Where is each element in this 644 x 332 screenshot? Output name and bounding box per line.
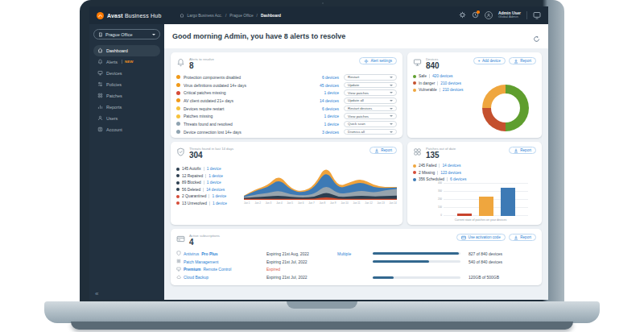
legend-dot [176, 168, 180, 171]
webcam-dot [322, 2, 324, 4]
sidebar-item-reports[interactable]: Reports [93, 102, 160, 113]
legend-devices-link[interactable]: 1 device [204, 167, 221, 171]
subscription-row: Patch ManagementExpiring 21st Jul, 20225… [176, 258, 536, 266]
chevron-down-icon [390, 108, 393, 110]
settings-gear-icon[interactable] [459, 11, 466, 19]
legend-devices-link[interactable]: 420 devices [429, 74, 453, 78]
subscription-name[interactable]: Cloud Backup [176, 275, 266, 280]
alert-devices-link[interactable]: 3 devices [299, 130, 339, 135]
brand-bold: Avast [107, 13, 123, 19]
devices-count: 840 [426, 61, 440, 70]
topbar-divider [526, 11, 527, 19]
chevron-down-icon [390, 92, 393, 93]
sidebar-item-patches[interactable]: Patches [93, 90, 160, 102]
alert-settings-button[interactable]: Alert settings [359, 57, 397, 64]
sidebar-item-label: Alerts [106, 60, 118, 64]
bar-scheduled [501, 188, 515, 217]
sidebar-collapse-button[interactable]: « [95, 290, 98, 297]
user-role: Global Admin [498, 15, 521, 19]
alert-devices-link[interactable]: 1 device [299, 122, 339, 127]
laptop-base-notch [287, 301, 357, 309]
notification-badge [477, 10, 480, 14]
alert-devices-link[interactable]: 6 devices [299, 75, 339, 80]
alert-label: Critical patches missing [184, 90, 299, 95]
alert-devices-link[interactable]: 1 device [299, 90, 339, 95]
console-icon[interactable] [533, 11, 541, 19]
user-icon [97, 115, 103, 121]
report-button[interactable]: Report [509, 147, 536, 154]
alert-devices-link[interactable]: 14 devices [299, 98, 339, 103]
site-selector[interactable]: Prague Office [93, 29, 160, 39]
chevron-down-icon [390, 100, 393, 102]
threats-x-axis: Jun 1Jun 2Jun 3Jun 4Jun 5Jun 6Jun 7Jun 8… [244, 201, 397, 205]
avatar[interactable] [485, 11, 493, 19]
legend-dot [413, 178, 416, 181]
sidebar-item-dashboard[interactable]: Dashboard [93, 45, 160, 56]
add-device-button[interactable]: +Add device [473, 57, 506, 64]
legend-dot [413, 171, 416, 174]
alert-label: Device connection lost 14+ days [184, 130, 299, 135]
subscription-name[interactable]: Antivirus Pro Plus [176, 251, 266, 256]
legend-devices-link[interactable]: 1 device [209, 201, 227, 205]
alert-devices-link[interactable]: 1 device [299, 114, 339, 118]
multiple-link[interactable]: Multiple [337, 251, 373, 256]
brand-text: Avast Business Hub [107, 13, 162, 19]
alert-action-dropdown[interactable]: View patches [344, 113, 397, 119]
alert-action-dropdown[interactable]: Restart [344, 74, 397, 81]
x-tick-label: Jun 7 [308, 201, 315, 205]
report-button[interactable]: Report [509, 234, 536, 241]
subscription-name-part: Remote Control [203, 267, 231, 272]
alert-action-dropdown[interactable]: Update all [344, 98, 397, 104]
legend-devices-link[interactable]: 210 devices [440, 88, 464, 92]
subscription-name-part: Premium [184, 267, 200, 272]
sidebar-item-label: Account [106, 127, 122, 132]
button-label: Report [520, 235, 531, 239]
legend-devices-link[interactable]: 1 device [208, 194, 226, 198]
legend-item: 89 Blocked1 device [176, 181, 244, 185]
y-tick-label: 400 [433, 181, 442, 185]
legend-devices-link[interactable]: 6 devices [447, 177, 466, 181]
breadcrumb-item[interactable]: Largo Business Acc. [188, 14, 222, 18]
progress-cell [373, 276, 469, 279]
alert-action-dropdown[interactable]: Update [344, 82, 397, 89]
alert-action-dropdown[interactable]: Quick scan [344, 121, 397, 127]
credit-card-icon [176, 234, 185, 243]
legend-devices-link[interactable]: 1 device [204, 181, 221, 185]
alert-action-dropdown[interactable]: View patches [344, 89, 397, 96]
button-label: Alert settings [370, 59, 392, 63]
alert-severity-icon [176, 130, 180, 134]
alert-devices-link[interactable]: 6 devices [299, 106, 339, 111]
subscription-name[interactable]: Patch Management [176, 259, 266, 264]
legend-devices-link[interactable]: 14 devices [203, 188, 225, 192]
legend-devices-link[interactable]: 210 devices [437, 81, 461, 85]
use-activation-code-button[interactable]: Use activation code [456, 234, 506, 241]
alert-action-dropdown[interactable]: Restart devices [344, 106, 397, 112]
alert-action-label: View patches [348, 91, 369, 95]
breadcrumb-item[interactable]: Prague Office [229, 14, 253, 18]
user-block[interactable]: Admin User Global Admin [498, 11, 521, 20]
devices-donut-chart [482, 85, 529, 131]
legend-dot [176, 188, 180, 191]
legend-item: 2 Missing123 devices [413, 171, 536, 175]
alert-severity-icon [176, 122, 180, 126]
alert-action-dropdown[interactable]: Dismiss all [344, 129, 397, 135]
legend-devices-link[interactable]: 1 device [205, 174, 223, 178]
main-header: Good morning Admin, you have 8 alerts to… [164, 24, 548, 48]
sidebar-item-policies[interactable]: Policies [93, 79, 160, 90]
legend-devices-link[interactable]: 123 devices [437, 171, 461, 175]
subscription-name[interactable]: Premium Remote Control [176, 267, 266, 272]
brand: Avast Business Hub [97, 12, 162, 19]
expired-label: Expired [266, 267, 337, 272]
refresh-icon[interactable] [533, 31, 540, 46]
sidebar-item-devices[interactable]: Devices [93, 68, 160, 79]
legend-devices-link[interactable]: 14 devices [439, 164, 460, 168]
sidebar-item-alerts[interactable]: Alerts NEW [93, 56, 160, 68]
sidebar-item-users[interactable]: Users [93, 113, 160, 124]
notifications-icon[interactable] [472, 11, 479, 19]
report-button[interactable]: Report [509, 57, 536, 64]
report-button[interactable]: Report [369, 147, 397, 154]
alert-severity-icon [176, 75, 180, 79]
legend-dot [176, 181, 180, 185]
sidebar-item-account[interactable]: Account [93, 124, 160, 135]
alert-devices-link[interactable]: 45 devices [299, 83, 339, 88]
